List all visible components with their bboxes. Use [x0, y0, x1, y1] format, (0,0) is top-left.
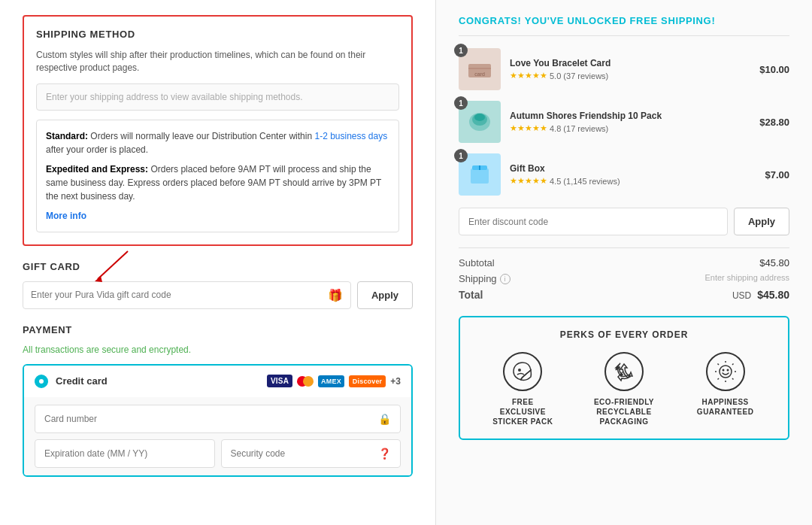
item-image-wrap: 1 — [459, 101, 501, 143]
star-rating: ★★★★★ — [510, 176, 547, 186]
item-price: $10.00 — [759, 64, 789, 75]
item-info: Love You Bracelet Card ★★★★★ 5.0 (37 rev… — [510, 58, 750, 80]
item-info: Autumn Shores Friendship 10 Pack ★★★★★ 4… — [510, 111, 750, 133]
item-name: Autumn Shores Friendship 10 Pack — [510, 111, 750, 121]
shipping-section-title: SHIPPING METHOD — [36, 29, 399, 40]
credit-card-label: Credit card — [56, 375, 259, 387]
order-item: 1 Autumn Shores Friendship 10 Pack ★★★★★… — [459, 101, 789, 143]
gift-card-input-wrap[interactable]: 🎁 — [23, 281, 351, 309]
svg-text:card: card — [474, 71, 485, 77]
total-amount: $45.80 — [757, 289, 789, 301]
perk-item-happiness: HAPPINESSGUARANTEED — [692, 352, 759, 426]
plus-more-cards: +3 — [390, 376, 401, 387]
svg-line-21 — [717, 378, 719, 380]
star-rating: ★★★★★ — [510, 71, 547, 80]
rating-text: 4.5 (1,145 reviews) — [550, 177, 620, 186]
gift-card-apply-button[interactable]: Apply — [357, 281, 413, 309]
shipping-info-icon[interactable]: i — [500, 274, 511, 284]
sticker-label: FREE EXCLUSIVESTICKER PACK — [489, 397, 556, 426]
standard-text2: after your order is placed. — [46, 144, 148, 155]
item-name: Love You Bracelet Card — [510, 58, 750, 68]
shipping-standard-info: Standard: Orders will normally leave our… — [36, 120, 399, 232]
item-stars: ★★★★★ 5.0 (37 reviews) — [510, 71, 750, 80]
svg-line-0 — [98, 251, 128, 279]
item-stars: ★★★★★ 4.8 (17 reviews) — [510, 123, 750, 133]
svg-line-22 — [732, 378, 734, 380]
standard-text: Orders will normally leave our Distribut… — [90, 131, 314, 141]
subtotal-row: Subtotal $45.80 — [459, 257, 789, 269]
perks-items: FREE EXCLUSIVESTICKER PACK ECO-FRIENDLYR… — [472, 352, 776, 426]
free-shipping-banner: CONGRATS! YOU'VE UNLOCKED FREE SHIPPING! — [459, 15, 789, 36]
gift-card-section: GIFT CARD 🎁 Apply — [23, 261, 413, 309]
svg-marker-1 — [95, 276, 102, 282]
svg-point-13 — [722, 369, 724, 372]
credit-card-radio[interactable] — [35, 375, 48, 388]
discover-logo: Discover — [349, 375, 386, 387]
payment-title: PAYMENT — [23, 324, 413, 335]
shipping-label-row: Shipping i — [459, 273, 511, 284]
card-number-field[interactable]: 🔒 — [35, 405, 401, 433]
svg-point-11 — [518, 369, 521, 372]
subtotal-label: Subtotal — [459, 257, 495, 269]
left-panel: SHIPPING METHOD Custom styles will ship … — [0, 0, 436, 525]
total-label: Total — [459, 289, 483, 301]
item-badge: 1 — [454, 44, 468, 57]
card-fields-row: ❓ — [35, 439, 401, 468]
arrow-annotation — [90, 247, 135, 287]
expiration-input[interactable] — [44, 448, 205, 459]
perks-title: PERKS OF EVERY ORDER — [472, 329, 776, 340]
payment-subtitle: All transactions are secure and encrypte… — [23, 344, 413, 355]
total-row: Total USD $45.80 — [459, 289, 789, 301]
mastercard-logo — [297, 376, 314, 387]
discount-code-row: Apply — [459, 208, 789, 235]
question-icon: ❓ — [378, 448, 391, 460]
item-badge: 1 — [454, 96, 468, 110]
perks-box: PERKS OF EVERY ORDER FREE EXCLUSIVESTICK… — [459, 316, 789, 440]
credit-card-row[interactable]: Credit card VISA AMEX Discover +3 — [24, 366, 411, 397]
recycle-icon — [604, 352, 644, 391]
order-totals: Subtotal $45.80 Shipping i Enter shippin… — [459, 247, 789, 301]
total-value: USD $45.80 — [732, 289, 789, 301]
standard-label: Standard: — [46, 131, 88, 141]
item-badge: 1 — [454, 149, 468, 162]
perk-item-sticker: FREE EXCLUSIVESTICKER PACK — [489, 352, 556, 426]
svg-point-7 — [474, 114, 485, 121]
expedited-label: Expedited and Express: — [46, 164, 148, 174]
rating-text: 4.8 (17 reviews) — [550, 124, 608, 133]
discount-code-input[interactable] — [459, 208, 728, 235]
standard-link[interactable]: 1-2 business days — [314, 131, 387, 141]
order-item: 1 Gift Box ★★★★★ 4.5 (1,145 reviews) $7.… — [459, 153, 789, 196]
item-price: $28.80 — [759, 117, 789, 128]
more-info-link[interactable]: More info — [46, 209, 86, 223]
security-code-field[interactable]: ❓ — [221, 439, 401, 468]
amex-logo: AMEX — [318, 375, 344, 387]
star-rating: ★★★★★ — [510, 123, 547, 133]
card-number-input[interactable] — [44, 414, 378, 424]
order-items: 1 card Love You Bracelet Card ★★★★★ 5.0 … — [459, 48, 789, 196]
card-logos: VISA AMEX Discover +3 — [267, 375, 401, 387]
sticker-icon — [503, 352, 542, 391]
security-code-input[interactable] — [231, 448, 379, 459]
item-stars: ★★★★★ 4.5 (1,145 reviews) — [510, 176, 756, 186]
visa-logo: VISA — [267, 375, 292, 387]
shipping-value: Enter shipping address — [704, 273, 789, 284]
item-info: Gift Box ★★★★★ 4.5 (1,145 reviews) — [510, 163, 756, 186]
radio-inner — [39, 379, 44, 384]
order-item: 1 card Love You Bracelet Card ★★★★★ 5.0 … — [459, 48, 789, 90]
gift-icon: 🎁 — [328, 288, 343, 302]
shipping-method-section: SHIPPING METHOD Custom styles will ship … — [23, 15, 413, 246]
gift-card-row: 🎁 Apply — [23, 281, 413, 309]
item-name: Gift Box — [510, 163, 756, 174]
item-image-wrap: 1 card — [459, 48, 501, 90]
item-image-wrap: 1 — [459, 153, 501, 196]
svg-point-14 — [726, 369, 729, 372]
card-fields: 🔒 ❓ — [24, 397, 411, 475]
rating-text: 5.0 (37 reviews) — [550, 71, 608, 80]
payment-section: PAYMENT All transactions are secure and … — [23, 324, 413, 477]
lock-icon: 🔒 — [378, 413, 391, 425]
expiration-field[interactable] — [35, 439, 215, 468]
total-currency: USD — [732, 290, 751, 301]
discount-apply-button[interactable]: Apply — [734, 208, 789, 235]
gift-card-input[interactable] — [31, 290, 328, 300]
gift-card-title: GIFT CARD — [23, 261, 413, 272]
